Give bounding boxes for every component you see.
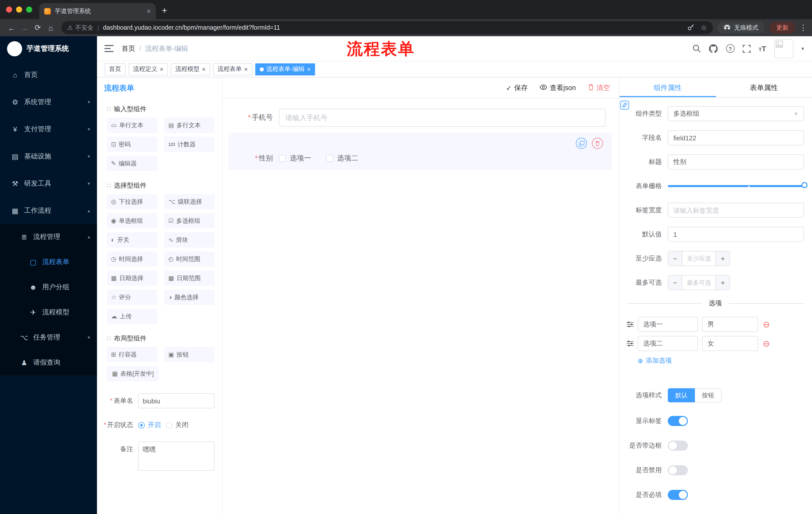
tag-process-definition[interactable]: 流程定义 ×: [128, 63, 168, 75]
remove-option-icon[interactable]: ⊖: [763, 320, 770, 329]
palette-item-switch[interactable]: ◐开关: [107, 232, 157, 247]
palette-item-dropdown[interactable]: ◎下拉选择: [107, 194, 157, 209]
tag-process-form-edit[interactable]: 流程表单-编辑 ×: [255, 63, 315, 75]
status-radio-off[interactable]: 关闭: [166, 417, 188, 433]
grid-slider[interactable]: [668, 185, 804, 187]
palette-item-rate[interactable]: ☆评分: [107, 290, 157, 305]
form-name-input[interactable]: [138, 393, 214, 408]
min-select-value[interactable]: 至少应选: [683, 251, 716, 266]
tag-close-icon[interactable]: ×: [307, 65, 311, 73]
tag-close-icon[interactable]: ×: [202, 65, 205, 73]
caret-down-icon[interactable]: ▾: [802, 46, 804, 51]
palette-item-time-range[interactable]: ◴时间范围: [164, 251, 214, 267]
sidebar-item-user-group[interactable]: ☻ 用户分组: [0, 275, 97, 300]
key-icon[interactable]: [688, 23, 695, 32]
sidebar-item-devtools[interactable]: ⚒ 研发工具 ▾: [0, 170, 97, 197]
palette-item-button[interactable]: ▣按钮: [164, 347, 214, 362]
field-name-input[interactable]: [668, 130, 804, 145]
reload-icon[interactable]: ⟳: [31, 23, 44, 32]
search-icon[interactable]: [692, 44, 701, 53]
browser-update-button[interactable]: 更新: [769, 22, 795, 34]
decrease-button[interactable]: −: [668, 276, 683, 290]
title-input[interactable]: [668, 154, 804, 169]
palette-item-date-range[interactable]: ▩日期范围: [164, 271, 214, 286]
component-type-select[interactable]: 多选框组 ▼: [668, 106, 804, 121]
fullscreen-icon[interactable]: [743, 45, 750, 53]
default-value-input[interactable]: [668, 227, 804, 242]
gender-checkbox-option2[interactable]: 选项二: [326, 154, 358, 163]
disabled-switch[interactable]: [668, 465, 688, 475]
font-size-icon[interactable]: TT: [758, 44, 766, 53]
user-avatar[interactable]: [774, 39, 793, 58]
sidebar-item-home[interactable]: ⌂ 首页: [0, 61, 97, 88]
option1-value-input[interactable]: [702, 317, 758, 332]
sidebar-item-process-model[interactable]: ✈ 流程模型: [0, 300, 97, 325]
maximize-window-icon[interactable]: [26, 6, 32, 12]
tab-form-props[interactable]: 表单属性: [716, 77, 812, 97]
remark-textarea[interactable]: 嘿嘿: [138, 441, 214, 471]
bookmark-star-icon[interactable]: ☆: [701, 24, 707, 32]
decrease-button[interactable]: −: [668, 251, 683, 266]
canvas-field-phone[interactable]: *手机号: [229, 106, 612, 130]
palette-item-checkbox-group[interactable]: ☑多选框组: [164, 213, 214, 228]
minimize-window-icon[interactable]: [16, 6, 22, 12]
palette-item-row-container[interactable]: ⊞行容器: [107, 347, 157, 362]
link-icon[interactable]: [620, 101, 629, 110]
max-select-value[interactable]: 最多可选: [683, 276, 716, 290]
sidebar-item-task-management[interactable]: ⌥ 任务管理 ▾: [0, 325, 97, 350]
close-window-icon[interactable]: [6, 6, 12, 12]
style-button-button[interactable]: 按钮: [695, 388, 722, 402]
remove-option-icon[interactable]: ⊖: [763, 339, 770, 348]
option2-label-input[interactable]: [638, 336, 698, 351]
tag-close-icon[interactable]: ×: [160, 65, 163, 73]
palette-item-color-picker[interactable]: ◑颜色选择: [164, 290, 214, 305]
increase-button[interactable]: +: [716, 276, 730, 290]
palette-item-multi-line-text[interactable]: ▤多行文本: [164, 118, 214, 133]
github-icon[interactable]: [709, 44, 718, 53]
drag-handle-icon[interactable]: [627, 341, 634, 347]
slider-handle[interactable]: [802, 182, 808, 188]
browser-tab[interactable]: 芋道管理系统 ×: [39, 3, 156, 19]
palette-item-password[interactable]: ⊡密码: [107, 137, 157, 152]
show-label-switch[interactable]: [668, 416, 688, 426]
copy-component-button[interactable]: [576, 138, 587, 149]
view-json-button[interactable]: 查看json: [540, 83, 576, 92]
palette-item-date-picker[interactable]: ▦日期选择: [107, 271, 157, 286]
add-option-button[interactable]: ⊕ 添加选项: [638, 356, 804, 365]
palette-item-single-line-text[interactable]: ▭单行文本: [107, 118, 157, 133]
palette-item-table[interactable]: ▦表格[开发中]: [107, 366, 159, 381]
sidebar-item-leave-query[interactable]: ♟ 请假查询: [0, 350, 97, 375]
app-logo[interactable]: 芋道管理系统: [0, 36, 97, 61]
palette-item-radio-group[interactable]: ◉单选框组: [107, 213, 157, 228]
home-button-icon[interactable]: ⌂: [44, 23, 57, 32]
palette-item-editor[interactable]: ✎编辑器: [107, 156, 157, 171]
tab-component-props[interactable]: 组件属性: [619, 77, 716, 97]
tab-close-icon[interactable]: ×: [147, 7, 151, 15]
drag-handle-icon[interactable]: [627, 321, 634, 327]
sidebar-item-payment[interactable]: ¥ 支付管理 ▾: [0, 116, 97, 143]
sidebar-item-system[interactable]: ⚙ 系统管理 ▾: [0, 88, 97, 116]
hamburger-icon[interactable]: [105, 45, 114, 52]
clear-button[interactable]: 清空: [588, 83, 610, 92]
sidebar-item-workflow[interactable]: ▦ 工作流程 ▴: [0, 197, 97, 224]
required-switch[interactable]: [668, 490, 688, 500]
tag-close-icon[interactable]: ×: [244, 65, 248, 73]
option2-value-input[interactable]: [702, 336, 758, 351]
increase-button[interactable]: +: [716, 251, 730, 266]
help-icon[interactable]: ?: [726, 44, 734, 53]
new-tab-button[interactable]: +: [162, 5, 167, 16]
palette-item-cascader[interactable]: ⌥级联选择: [164, 194, 214, 209]
sidebar-item-process-management[interactable]: ≣ 流程管理 ▴: [0, 224, 97, 249]
delete-component-button[interactable]: [592, 138, 603, 149]
label-width-input[interactable]: [668, 203, 804, 218]
tag-process-model[interactable]: 流程模型 ×: [171, 63, 210, 75]
palette-item-time-picker[interactable]: ◷时间选择: [107, 251, 157, 267]
sidebar-item-process-form[interactable]: ▢ 流程表单: [0, 249, 97, 275]
address-bar[interactable]: ⚠ 不安全 | dashboard.yudao.iocoder.cn/bpm/m…: [61, 21, 713, 34]
status-radio-on[interactable]: 开启: [138, 417, 161, 433]
canvas-field-gender-selected[interactable]: *性别 选项一 选项二: [229, 133, 612, 170]
breadcrumb-home[interactable]: 首页: [122, 44, 135, 53]
palette-item-counter[interactable]: 123计数器: [164, 137, 214, 152]
sidebar-item-infrastructure[interactable]: ▤ 基础设施 ▾: [0, 143, 97, 170]
forward-icon[interactable]: →: [18, 23, 31, 32]
